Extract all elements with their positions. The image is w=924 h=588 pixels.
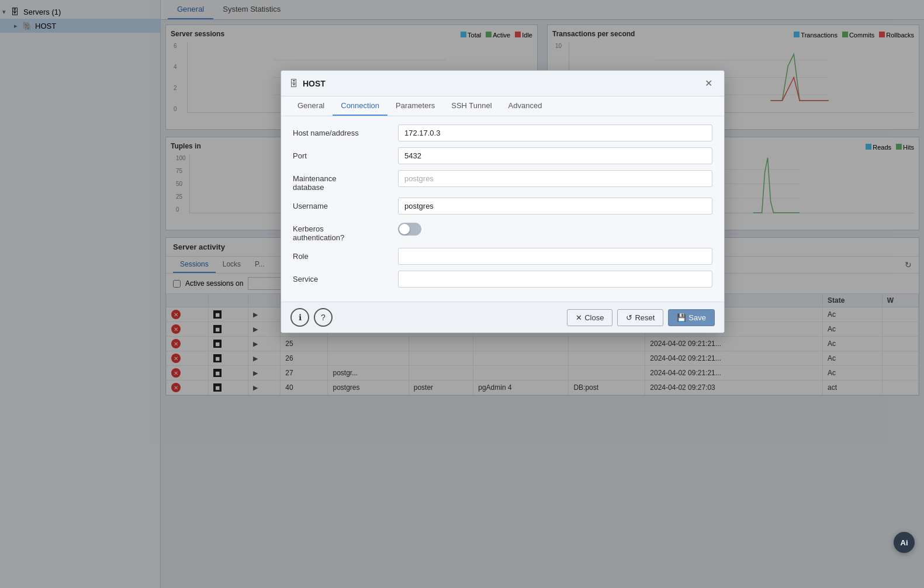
kerberos-label: Kerberosauthentication? — [293, 220, 398, 242]
form-row-port: Port — [293, 147, 712, 164]
close-x-icon: ✕ — [576, 313, 582, 322]
ai-badge-label: Ai — [901, 538, 908, 547]
reset-button[interactable]: ↺ Reset — [617, 309, 663, 326]
role-label: Role — [293, 248, 398, 261]
role-input[interactable] — [398, 248, 712, 265]
dialog-title-bar: 🗄 HOST ✕ — [281, 71, 724, 96]
maintenance-db-field — [398, 170, 712, 187]
username-field — [398, 198, 712, 215]
form-row-maintenance-db: Maintenancedatabase — [293, 170, 712, 192]
host-field — [398, 124, 712, 141]
info-button[interactable]: ℹ — [290, 308, 309, 327]
dialog-tab-connection[interactable]: Connection — [333, 96, 387, 116]
service-input[interactable] — [398, 271, 712, 288]
kerberos-toggle-wrap — [398, 220, 712, 236]
maintenance-db-label: Maintenancedatabase — [293, 170, 398, 192]
footer-right: ✕ Close ↺ Reset 💾 Save — [567, 309, 715, 326]
username-input[interactable] — [398, 198, 712, 215]
kerberos-field — [398, 220, 712, 236]
role-field — [398, 248, 712, 265]
port-label: Port — [293, 147, 398, 160]
dialog-tab-ssh-tunnel[interactable]: SSH Tunnel — [443, 96, 500, 116]
maintenance-db-input[interactable] — [398, 170, 712, 187]
reset-icon: ↺ — [626, 313, 632, 322]
form-row-host: Host name/address — [293, 124, 712, 141]
dialog-tab-parameters[interactable]: Parameters — [387, 96, 443, 116]
dialog-close-button[interactable]: ✕ — [701, 77, 716, 90]
port-field — [398, 147, 712, 164]
port-input[interactable] — [398, 147, 712, 164]
dialog-title-server-icon: 🗄 — [289, 78, 298, 88]
kerberos-toggle[interactable] — [398, 223, 421, 236]
ai-badge[interactable]: Ai — [894, 532, 915, 553]
form-row-role: Role — [293, 248, 712, 265]
form-row-username: Username — [293, 198, 712, 215]
help-button[interactable]: ? — [314, 308, 333, 327]
service-field — [398, 271, 712, 288]
form-row-kerberos: Kerberosauthentication? — [293, 220, 712, 242]
host-input[interactable] — [398, 124, 712, 141]
form-row-service: Service — [293, 271, 712, 288]
username-label: Username — [293, 198, 398, 210]
info-icon: ℹ — [299, 313, 302, 322]
host-dialog: 🗄 HOST ✕ General Connection Parameters S… — [281, 70, 725, 333]
dialog-body: Host name/address Port Maintenancedataba… — [281, 116, 724, 302]
save-button[interactable]: 💾 Save — [668, 309, 715, 326]
help-icon: ? — [321, 313, 326, 322]
toggle-knob — [399, 224, 410, 234]
dialog-tab-advanced[interactable]: Advanced — [500, 96, 551, 116]
save-icon: 💾 — [677, 313, 686, 322]
dialog-tabs: General Connection Parameters SSH Tunnel… — [281, 96, 724, 116]
service-label: Service — [293, 271, 398, 283]
dialog-footer: ℹ ? ✕ Close ↺ Reset 💾 Save — [281, 302, 724, 333]
close-button[interactable]: ✕ Close — [567, 309, 612, 326]
footer-left: ℹ ? — [290, 308, 333, 327]
host-label: Host name/address — [293, 124, 398, 137]
dialog-tab-general[interactable]: General — [289, 96, 333, 116]
dialog-title: HOST — [303, 79, 701, 88]
